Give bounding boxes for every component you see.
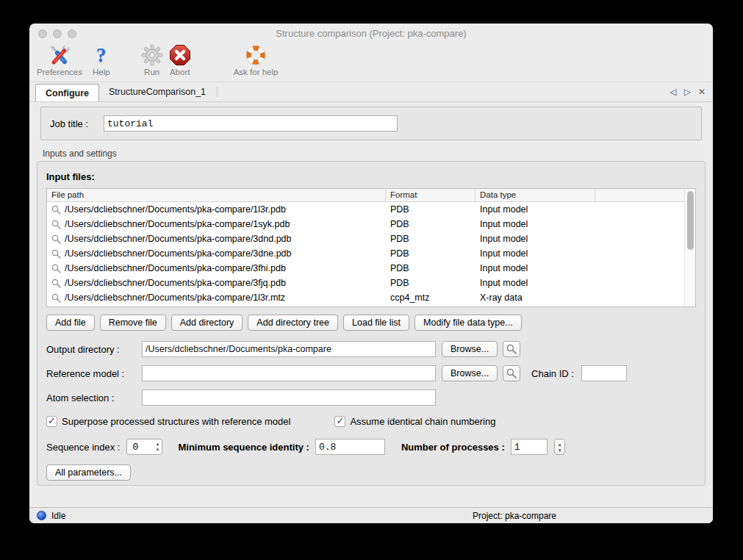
data-type-cell: Input model (475, 278, 595, 288)
add-directory-button[interactable]: Add directory (171, 315, 243, 331)
check-icon: ✓ (48, 416, 56, 426)
column-empty[interactable] (595, 189, 695, 201)
help-button[interactable]: ? Help (93, 43, 110, 80)
data-type-cell: X-ray data (475, 292, 595, 303)
tab-configure[interactable]: Configure (35, 84, 99, 101)
input-files-table[interactable]: File path Format Data type /Users/dclieb… (46, 188, 696, 307)
close-window-button[interactable] (38, 29, 47, 38)
ask-for-help-button[interactable]: Ask for help (234, 43, 279, 80)
tools-icon (47, 43, 72, 67)
chain-id-label: Chain ID : (531, 368, 574, 379)
file-path-cell: /Users/dcliebschner/Documents/pka-compar… (65, 292, 285, 303)
output-directory-search-button[interactable] (503, 341, 520, 357)
chain-id-input[interactable] (581, 365, 627, 381)
format-cell: PDB (386, 234, 475, 244)
ask-for-help-label: Ask for help (234, 68, 279, 76)
zoom-window-button[interactable] (68, 29, 76, 38)
format-cell: PDB (386, 204, 475, 215)
column-format[interactable]: Format (386, 189, 475, 201)
search-icon (51, 220, 61, 229)
table-row[interactable]: /Users/dcliebschner/Documents/pka-compar… (47, 261, 684, 276)
superpose-checkbox[interactable]: ✓ (46, 416, 57, 427)
modify-file-data-type-button[interactable]: Modify file data type... (414, 315, 522, 331)
tab-structurecomparison-1-label: StructureComparison_1 (109, 87, 206, 97)
output-directory-browse-button[interactable]: Browse... (442, 341, 498, 357)
job-title-panel: Job title : (40, 107, 702, 140)
add-file-button[interactable]: Add file (46, 315, 95, 331)
superpose-checkbox-label: Superpose processed structures with refe… (62, 416, 290, 427)
column-data-type[interactable]: Data type (475, 189, 595, 201)
reference-model-browse-button[interactable]: Browse... (442, 365, 498, 381)
table-row[interactable]: /Users/dcliebschner/Documents/pka-compar… (47, 290, 684, 305)
output-directory-input[interactable] (142, 341, 436, 357)
search-icon (506, 368, 517, 378)
data-type-cell: Input model (475, 263, 595, 273)
window-title: Structure comparison (Project: pka-compa… (276, 28, 466, 39)
stepper-arrows-icon[interactable]: ▲▼ (156, 441, 160, 453)
toolbar: Preferences ? Help (29, 43, 713, 82)
scrollbar-thumb[interactable] (687, 191, 694, 250)
atom-selection-input[interactable] (142, 390, 436, 406)
close-tab-icon[interactable]: ✕ (698, 87, 706, 97)
status-text: Idle (51, 511, 65, 521)
search-icon (51, 249, 61, 259)
file-path-cell: /Users/dcliebschner/Documents/pka-compar… (65, 204, 286, 215)
load-file-list-button[interactable]: Load file list (343, 315, 409, 331)
table-row[interactable]: /Users/dcliebschner/Documents/pka-compar… (47, 231, 684, 246)
inputs-settings-groupbox: Input files: File path Format Data type (37, 161, 706, 486)
stepper-arrows-icon[interactable]: ▲▼ (558, 442, 562, 453)
next-tab-icon[interactable]: ▷ (684, 87, 691, 97)
min-seq-identity-label: Minimum sequence identity : (178, 442, 309, 453)
table-scrollbar[interactable] (684, 189, 695, 306)
all-parameters-button[interactable]: All parameters... (46, 464, 131, 481)
table-row[interactable]: /Users/dcliebschner/Documents/pka-compar… (47, 246, 684, 261)
remove-file-button[interactable]: Remove file (100, 315, 166, 331)
num-processes-stepper[interactable]: ▲▼ (554, 439, 565, 455)
prev-tab-icon[interactable]: ◁ (670, 87, 676, 97)
preferences-label: Preferences (37, 68, 82, 76)
reference-model-search-button[interactable] (503, 365, 520, 381)
traffic-lights (38, 29, 76, 38)
title-bar[interactable]: Structure comparison (Project: pka-compa… (29, 24, 713, 43)
format-cell: PDB (386, 219, 475, 229)
lifebuoy-icon (245, 43, 267, 67)
chain-numbering-checkbox-label: Assume identical chain numbering (350, 416, 495, 427)
file-path-cell: /Users/dcliebschner/Documents/pka-compar… (65, 248, 292, 259)
reference-model-input[interactable] (142, 365, 436, 381)
tab-structurecomparison-1[interactable]: StructureComparison_1 (99, 82, 215, 101)
table-row[interactable]: /Users/dcliebschner/Documents/pka-compar… (47, 217, 684, 231)
abort-button[interactable]: Abort (169, 43, 191, 80)
format-cell: ccp4_mtz (386, 292, 475, 303)
data-type-cell: Input model (475, 248, 595, 259)
help-label: Help (93, 68, 110, 76)
column-file-path[interactable]: File path (47, 189, 386, 201)
stop-icon (169, 43, 191, 67)
gear-icon (141, 43, 163, 67)
num-processes-input[interactable] (511, 439, 548, 455)
inputs-settings-label: Inputs and settings (43, 148, 706, 159)
min-seq-identity-input[interactable] (315, 439, 385, 455)
minimize-window-button[interactable] (53, 29, 62, 38)
run-label: Run (144, 68, 159, 76)
status-bar: Idle Project: pka-compare (29, 507, 713, 523)
table-body: /Users/dcliebschner/Documents/pka-compar… (47, 202, 684, 306)
search-icon (51, 234, 61, 244)
run-button[interactable]: Run (141, 43, 163, 80)
data-type-cell: Input model (475, 219, 595, 229)
input-files-label: Input files: (46, 171, 696, 182)
sequence-index-label: Sequence index : (46, 442, 120, 453)
preferences-button[interactable]: Preferences (37, 43, 82, 80)
search-icon (51, 205, 61, 215)
add-directory-tree-button[interactable]: Add directory tree (248, 315, 338, 331)
table-row[interactable]: /Users/dcliebschner/Documents/pka-compar… (47, 276, 684, 290)
table-row[interactable]: /Users/dcliebschner/Documents/pka-compar… (47, 202, 684, 217)
app-window: Structure comparison (Project: pka-compa… (29, 24, 713, 523)
table-header[interactable]: File path Format Data type (47, 189, 695, 202)
file-path-cell: /Users/dcliebschner/Documents/pka-compar… (65, 263, 286, 273)
chain-numbering-checkbox[interactable]: ✓ (334, 416, 345, 427)
format-cell: PDB (386, 263, 475, 273)
data-type-cell: Input model (475, 204, 595, 215)
job-title-input[interactable] (104, 115, 398, 132)
tab-bar: Configure StructureComparison_1 ◁ ▷ ✕ (29, 82, 713, 102)
sequence-index-stepper[interactable]: 0 ▲▼ (126, 439, 162, 455)
